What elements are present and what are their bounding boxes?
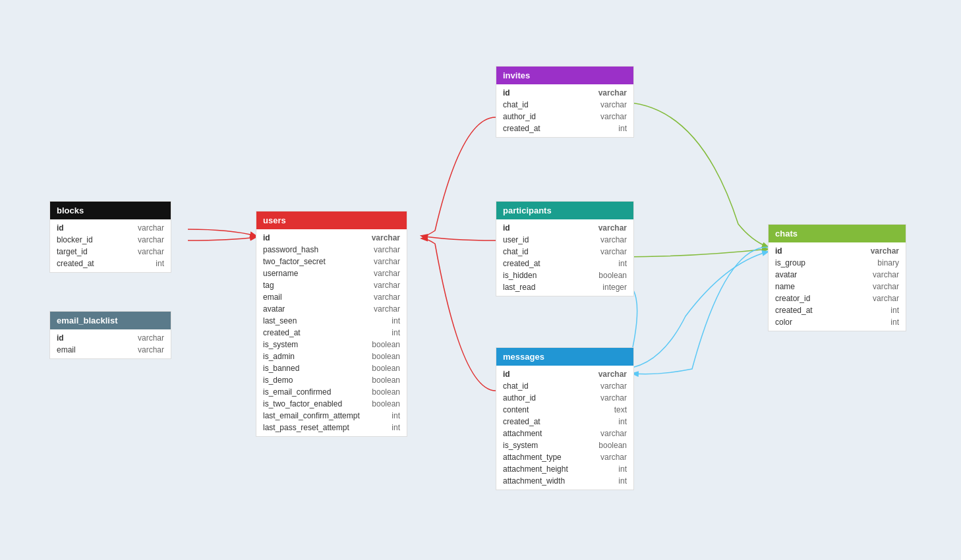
table-row: is_banned boolean	[256, 362, 407, 374]
table-row: attachment_width int	[496, 475, 633, 487]
table-row: email varchar	[50, 344, 171, 356]
table-row: creator_id varchar	[769, 293, 906, 304]
table-invites-body: id varchar chat_id varchar author_id var…	[496, 84, 633, 137]
table-row: created_at int	[256, 327, 407, 339]
table-row: avatar varchar	[256, 303, 407, 315]
table-row: attachment_type varchar	[496, 451, 633, 463]
table-row: color int	[769, 316, 906, 328]
table-row: is_hidden boolean	[496, 269, 633, 281]
table-messages-header: messages	[496, 348, 633, 366]
table-users[interactable]: users id varchar password_hash varchar t…	[256, 211, 407, 437]
table-row: email varchar	[256, 291, 407, 303]
table-row: id varchar	[496, 222, 633, 234]
table-row: last_email_confirm_attempt int	[256, 410, 407, 422]
table-row: created_at int	[496, 416, 633, 428]
table-messages-body: id varchar chat_id varchar author_id var…	[496, 366, 633, 490]
table-row: is_two_factor_enabled boolean	[256, 398, 407, 410]
table-row: name varchar	[769, 281, 906, 293]
table-row: created_at int	[50, 258, 171, 269]
table-row: id varchar	[256, 232, 407, 244]
table-blocks-body: id varchar blocker_id varchar target_id …	[50, 219, 171, 272]
table-row: created_at int	[769, 304, 906, 316]
table-row: created_at int	[496, 258, 633, 269]
table-row: last_seen int	[256, 315, 407, 327]
table-row: is_system boolean	[496, 439, 633, 451]
table-row: chat_id varchar	[496, 246, 633, 258]
diagram-canvas: blocks id varchar blocker_id varchar tar…	[0, 0, 961, 560]
table-row: attachment_height int	[496, 463, 633, 475]
table-email-blacklist[interactable]: email_blacklist id varchar email varchar	[49, 311, 171, 359]
table-row: attachment varchar	[496, 428, 633, 439]
table-row: password_hash varchar	[256, 244, 407, 256]
table-row: blocker_id varchar	[50, 234, 171, 246]
table-chats-body: id varchar is_group binary avatar varcha…	[769, 242, 906, 331]
table-row: user_id varchar	[496, 234, 633, 246]
table-row: is_system boolean	[256, 339, 407, 350]
table-invites[interactable]: invites id varchar chat_id varchar autho…	[496, 66, 634, 138]
table-participants[interactable]: participants id varchar user_id varchar …	[496, 201, 634, 296]
table-row: chat_id varchar	[496, 99, 633, 111]
table-row: chat_id varchar	[496, 380, 633, 392]
table-email-blacklist-body: id varchar email varchar	[50, 329, 171, 358]
table-row: target_id varchar	[50, 246, 171, 258]
table-invites-header: invites	[496, 67, 633, 84]
table-row: id varchar	[496, 87, 633, 99]
table-row: id varchar	[496, 368, 633, 380]
table-row: username varchar	[256, 267, 407, 279]
table-participants-header: participants	[496, 202, 633, 219]
table-row: id varchar	[769, 245, 906, 257]
table-row: is_email_confirmed boolean	[256, 386, 407, 398]
table-email-blacklist-header: email_blacklist	[50, 312, 171, 329]
table-row: id varchar	[50, 332, 171, 344]
table-participants-body: id varchar user_id varchar chat_id varch…	[496, 219, 633, 296]
table-row: is_admin boolean	[256, 350, 407, 362]
table-row: last_pass_reset_attempt int	[256, 422, 407, 434]
table-row: avatar varchar	[769, 269, 906, 281]
table-row: is_group binary	[769, 257, 906, 269]
table-messages[interactable]: messages id varchar chat_id varchar auth…	[496, 347, 634, 490]
table-users-header: users	[256, 211, 407, 229]
table-row: created_at int	[496, 123, 633, 134]
table-row: author_id varchar	[496, 392, 633, 404]
table-blocks[interactable]: blocks id varchar blocker_id varchar tar…	[49, 201, 171, 273]
table-users-body: id varchar password_hash varchar two_fac…	[256, 229, 407, 436]
table-row: two_factor_secret varchar	[256, 256, 407, 267]
table-row: content text	[496, 404, 633, 416]
table-chats[interactable]: chats id varchar is_group binary avatar …	[768, 224, 906, 331]
table-row: id varchar	[50, 222, 171, 234]
table-row: last_read integer	[496, 281, 633, 293]
table-row: author_id varchar	[496, 111, 633, 123]
table-row: tag varchar	[256, 279, 407, 291]
table-blocks-header: blocks	[50, 202, 171, 219]
table-row: is_demo boolean	[256, 374, 407, 386]
table-chats-header: chats	[769, 225, 906, 242]
